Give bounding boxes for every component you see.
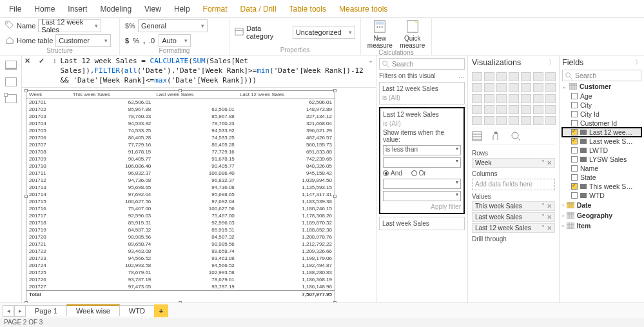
- field-item[interactable]: Age: [562, 92, 641, 101]
- viz-type-icon[interactable]: [484, 116, 494, 125]
- viz-type-icon[interactable]: [472, 94, 482, 103]
- viz-type-icon[interactable]: [521, 83, 531, 92]
- quick-measure-button[interactable]: Quick measure: [399, 19, 427, 49]
- apply-filter-button[interactable]: Apply filter: [383, 203, 461, 210]
- matrix-visual[interactable]: WeekThis week SalesLast week SalesLast 1…: [26, 90, 335, 302]
- filter-value2-input[interactable]: [383, 191, 461, 201]
- viz-type-icon[interactable]: [521, 72, 531, 81]
- viz-type-icon[interactable]: [484, 105, 494, 114]
- percent-button[interactable]: %: [133, 37, 139, 45]
- field-item[interactable]: LWTD: [562, 146, 641, 155]
- formula-text[interactable]: Last 12 week Sales = CALCULATE(SUM(Sales…: [61, 57, 365, 86]
- viz-type-icon[interactable]: [484, 94, 494, 103]
- rows-field[interactable]: Week˅ ✕: [472, 158, 555, 168]
- filter-card-expanded[interactable]: Last 12 week Sales is (All) Show items w…: [379, 107, 465, 214]
- measure-name-input[interactable]: Last 12 week Sales: [38, 19, 101, 32]
- field-item[interactable]: City Id: [562, 110, 641, 119]
- viz-type-icon[interactable]: [472, 83, 482, 92]
- menu-data-drill[interactable]: Data / Drill: [234, 0, 283, 18]
- viz-type-icon[interactable]: [472, 72, 482, 81]
- field-checkbox[interactable]: [571, 138, 578, 144]
- field-checkbox[interactable]: [571, 156, 578, 163]
- table-node[interactable]: ›Item: [562, 221, 641, 231]
- viz-type-icon[interactable]: [521, 116, 531, 125]
- filter-value-input[interactable]: [383, 157, 461, 168]
- field-item[interactable]: Customer Id: [562, 119, 641, 128]
- commit-formula-icon[interactable]: ✓: [39, 57, 49, 67]
- menu-insert[interactable]: Insert: [61, 0, 93, 18]
- viz-type-icon[interactable]: [533, 83, 543, 92]
- field-item[interactable]: City: [562, 101, 641, 110]
- fields-tab-icon[interactable]: [472, 131, 482, 141]
- field-checkbox[interactable]: [571, 120, 578, 126]
- table-node[interactable]: ›Date: [562, 200, 641, 210]
- viz-type-icon[interactable]: [472, 116, 482, 125]
- values-field[interactable]: This week Sales˅ ✕: [472, 201, 555, 211]
- filters-more-icon[interactable]: …: [458, 72, 465, 79]
- data-view-icon[interactable]: [5, 77, 17, 86]
- filter-operator2-select[interactable]: [383, 179, 461, 189]
- table-node[interactable]: ⌄Customer: [562, 81, 641, 92]
- collapse-viz-icon[interactable]: 〉: [549, 58, 555, 67]
- new-measure-button[interactable]: New measure: [366, 19, 394, 49]
- format-select[interactable]: General: [138, 19, 208, 32]
- viz-type-icon[interactable]: [484, 83, 494, 92]
- menu-file[interactable]: File: [3, 0, 28, 18]
- data-category-select[interactable]: Uncategorized: [293, 26, 355, 39]
- formula-bar[interactable]: ✕ ✓ 1 Last 12 week Sales = CALCULATE(SUM…: [22, 55, 376, 88]
- report-view-icon[interactable]: [5, 61, 17, 70]
- viz-type-icon[interactable]: [496, 105, 507, 114]
- viz-type-icon[interactable]: [496, 94, 507, 103]
- model-view-icon[interactable]: [5, 94, 17, 103]
- field-checkbox[interactable]: [571, 183, 578, 190]
- viz-type-icon[interactable]: [545, 105, 556, 114]
- decimals-select[interactable]: Auto: [159, 34, 191, 47]
- filter-or-radio[interactable]: Or: [411, 170, 426, 177]
- viz-type-icon[interactable]: [496, 72, 507, 81]
- field-item[interactable]: LYSW Sales: [562, 155, 641, 164]
- tab-scroll-left[interactable]: ◂: [3, 305, 14, 317]
- field-item[interactable]: State: [562, 173, 641, 182]
- menu-modeling[interactable]: Modeling: [93, 0, 138, 18]
- viz-type-icon[interactable]: [533, 105, 543, 114]
- home-table-select[interactable]: Customer: [55, 34, 111, 47]
- currency-button[interactable]: $: [125, 37, 129, 45]
- filter-card[interactable]: Last week Sales: [379, 217, 465, 230]
- values-field[interactable]: Last 12 week Sales˅ ✕: [472, 223, 555, 233]
- viz-type-icon[interactable]: [533, 72, 543, 81]
- menu-format[interactable]: Format: [197, 0, 234, 18]
- collapse-fields-icon[interactable]: 〉: [635, 58, 641, 67]
- analytics-tab-icon[interactable]: [511, 131, 521, 141]
- viz-type-icon[interactable]: [545, 83, 556, 92]
- columns-dropzone[interactable]: Add data fields here: [472, 179, 555, 190]
- viz-type-icon[interactable]: [509, 116, 519, 125]
- field-item[interactable]: Name: [562, 164, 641, 173]
- page-tab[interactable]: Week wise: [66, 304, 120, 316]
- viz-type-icon[interactable]: [545, 72, 556, 81]
- expand-formula-icon[interactable]: ⌄: [368, 57, 373, 64]
- viz-type-icon[interactable]: [496, 116, 507, 125]
- field-checkbox[interactable]: [571, 174, 578, 181]
- field-checkbox[interactable]: [571, 111, 578, 117]
- field-checkbox[interactable]: [571, 102, 578, 108]
- filter-and-radio[interactable]: And: [383, 170, 402, 177]
- viz-type-icon[interactable]: [484, 72, 494, 81]
- viz-type-icon[interactable]: [533, 116, 543, 125]
- page-tab[interactable]: Page 1: [25, 305, 67, 316]
- field-checkbox[interactable]: [571, 147, 578, 154]
- viz-type-icon[interactable]: [545, 94, 556, 103]
- viz-type-icon[interactable]: [496, 83, 507, 92]
- field-checkbox[interactable]: [571, 129, 578, 135]
- field-checkbox[interactable]: [571, 93, 578, 99]
- viz-type-icon[interactable]: [472, 105, 482, 114]
- menu-measure-tools[interactable]: Measure tools: [333, 0, 394, 18]
- field-item[interactable]: WTD: [562, 191, 641, 200]
- field-checkbox[interactable]: [571, 165, 578, 172]
- format-tab-icon[interactable]: [491, 131, 502, 141]
- filter-card[interactable]: Last 12 week Sales is (All): [379, 82, 465, 104]
- filter-operator-select[interactable]: is less than: [383, 145, 461, 155]
- field-item[interactable]: This week S…: [562, 182, 641, 191]
- table-node[interactable]: ›Geography: [562, 210, 641, 221]
- page-tab[interactable]: WTD: [119, 305, 155, 316]
- report-canvas[interactable]: WeekThis week SalesLast week SalesLast 1…: [22, 88, 376, 302]
